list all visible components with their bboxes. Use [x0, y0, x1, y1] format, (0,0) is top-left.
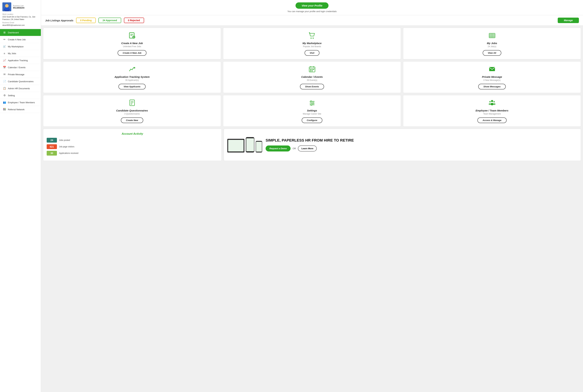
card-team-btn[interactable]: Access & Manage	[477, 118, 507, 123]
nav-label-dashboard: Dashboard	[8, 31, 19, 34]
request-demo-button[interactable]: Request a Demo	[266, 146, 291, 152]
nav-item-referral[interactable]: 👫 Referral Network	[0, 106, 41, 113]
nav-item-questionnaires[interactable]: 📄 Candidate Questionnaires	[0, 78, 41, 85]
activity-row-applications: 30 Applications received	[47, 151, 218, 156]
approvals-bar: Job Listings Approvals 0 Pending 24 Appr…	[41, 15, 583, 26]
promo-banner: SIMPLE, PAPERLESS HR FROM HIRE TO RETIRE…	[224, 129, 581, 161]
card-my-jobs-title: My Jobs	[487, 42, 497, 44]
card-questionnaires-btn[interactable]: Create New	[121, 118, 143, 123]
profile-phone: 9513858204	[13, 7, 24, 9]
svg-rect-31	[130, 100, 134, 106]
nav-label-referral: Referral Network	[8, 108, 24, 111]
card-my-jobs-subtitle: 24 Job(s)	[488, 45, 496, 48]
view-profile-button[interactable]: View your Profile	[296, 2, 329, 9]
card-create-job-btn[interactable]: Create A New Job	[118, 50, 147, 56]
card-calendar-title: Calendar / Events	[301, 76, 323, 78]
nav-item-private-message[interactable]: ✉ Private Message	[0, 71, 41, 78]
pending-count: 0	[80, 19, 81, 22]
profile-subtitle: You can manage your profile and login cr…	[287, 10, 337, 13]
card-app-tracking: Application Tracking System 30 Applicant…	[43, 61, 221, 93]
activity-jobs-label: Jobs posted	[59, 139, 70, 142]
create-job-icon: ✏	[3, 38, 6, 41]
card-marketplace-btn[interactable]: Visit	[305, 50, 319, 56]
card-private-message-subtitle: 0 New Message(s)	[483, 79, 501, 81]
small-phone-screen	[256, 142, 262, 152]
rejected-count: 0	[128, 19, 129, 22]
card-private-message: Private Message 0 New Message(s) Show Me…	[403, 61, 581, 93]
questionnaires-icon: 📄	[3, 80, 6, 83]
card-settings: Settings Manage Career Site Configure	[223, 95, 401, 127]
account-activity-title: Account Activity	[47, 132, 218, 136]
nav-item-app-tracking[interactable]: 📈 Application Tracking	[0, 57, 41, 64]
promo-text: SIMPLE, PAPERLESS HR FROM HIRE TO RETIRE…	[266, 138, 577, 151]
pending-badge[interactable]: 0 Pending	[76, 18, 96, 23]
dashboard-icon: ⊞	[3, 31, 6, 34]
card-settings-btn[interactable]: Configure	[302, 118, 322, 123]
card-team-title: Employee / Team Members	[476, 109, 508, 112]
nav-label-team-members: Employee / Team Members	[8, 101, 35, 104]
card-create-job-subtitle: Unlimited Free Jobs	[123, 45, 141, 48]
card-app-tracking-btn[interactable]: View Applicants	[118, 84, 146, 90]
my-jobs-icon: ≡	[3, 52, 6, 55]
learn-more-button[interactable]: Learn More	[298, 146, 317, 152]
hr-documents-icon: 📋	[3, 87, 6, 90]
card-questionnaires: Candidate Questionnaires 3 Questionnaire…	[43, 95, 221, 127]
approved-badge[interactable]: 24 Approved	[98, 18, 121, 23]
card-private-message-title: Private Message	[482, 76, 502, 78]
card-create-job: Create A New Job Unlimited Free Jobs Cre…	[43, 28, 221, 59]
svg-rect-25	[310, 69, 311, 70]
svg-rect-27	[313, 69, 314, 70]
promo-actions: Request a Demo OR Learn More	[266, 146, 577, 152]
nav-item-hr-documents[interactable]: 📋 Admin HR Documents	[0, 85, 41, 92]
promo-title: SIMPLE, PAPERLESS HR FROM HIRE TO RETIRE	[266, 138, 577, 142]
account-activity-panel: Account Activity 24 Jobs posted 621 Job …	[43, 129, 222, 161]
manage-button[interactable]: Manage	[558, 18, 579, 23]
card-my-jobs-btn[interactable]: View All	[483, 50, 501, 56]
nav-item-team-members[interactable]: 👥 Employee / Team Members	[0, 99, 41, 106]
approved-count: 24	[102, 19, 105, 22]
svg-point-46	[493, 101, 495, 102]
svg-point-37	[310, 101, 312, 102]
nav-label-my-jobs: My Jobs	[8, 52, 16, 55]
nav-item-settings[interactable]: ⚙ Setting	[0, 92, 41, 99]
nav-label-marketplace: My Marketplace	[8, 45, 23, 48]
profile-details: Work Location 2222 South Elm st San Fran…	[2, 13, 38, 26]
nav-item-marketplace[interactable]: 🛒 My Marketplace	[0, 43, 41, 50]
nav-label-settings: Setting	[8, 94, 15, 97]
profile-section: Business Line 9513858204 Work Location 2…	[0, 0, 41, 29]
nav-item-dashboard[interactable]: ⊞ Dashboard	[0, 29, 41, 36]
nav-label-app-tracking: Application Tracking	[8, 59, 28, 62]
calendar-card-icon	[309, 66, 316, 74]
card-marketplace-subtitle: Popular Job Boards	[303, 45, 321, 48]
team-card-icon	[489, 99, 496, 108]
device-phone	[246, 137, 254, 152]
main-content: View your Profile You can manage your pr…	[41, 0, 583, 392]
cards-grid: Create A New Job Unlimited Free Jobs Cre…	[41, 28, 583, 129]
card-private-message-btn[interactable]: Show Messages	[478, 84, 506, 90]
svg-point-43	[491, 103, 494, 105]
nav-item-calendar[interactable]: 📅 Calendar / Events	[0, 64, 41, 71]
activity-visitors-count: 621	[47, 144, 57, 149]
activity-applications-count: 30	[47, 151, 57, 156]
rejected-badge[interactable]: 0 Rejected	[124, 18, 144, 23]
nav-label-private-message: Private Message	[8, 73, 24, 76]
nav-item-create-job[interactable]: ✏ Create A New Job	[0, 36, 41, 43]
phone-screen	[246, 138, 254, 152]
rejected-label: Rejected	[130, 19, 140, 22]
nav-item-my-jobs[interactable]: ≡ My Jobs	[0, 50, 41, 57]
card-calendar: Calendar / Events 39 Event(s) Show Event…	[223, 61, 401, 93]
card-app-tracking-title: Application Tracking System	[114, 76, 150, 78]
svg-rect-30	[489, 67, 495, 71]
marketplace-card-icon	[309, 32, 316, 40]
svg-point-47	[494, 103, 496, 105]
private-message-icon: ✉	[3, 73, 6, 76]
app-tracking-icon: 📈	[3, 59, 6, 62]
svg-rect-4	[5, 8, 9, 10]
svg-point-3	[5, 4, 8, 8]
card-questionnaires-subtitle: 3 Questionnaires	[124, 113, 140, 115]
sidebar: Business Line 9513858204 Work Location 2…	[0, 0, 41, 392]
card-calendar-btn[interactable]: Show Events	[300, 84, 324, 90]
work-location-label: Work Location	[2, 13, 38, 16]
svg-point-42	[491, 100, 493, 102]
card-marketplace-title: My Marketplace	[303, 42, 322, 44]
